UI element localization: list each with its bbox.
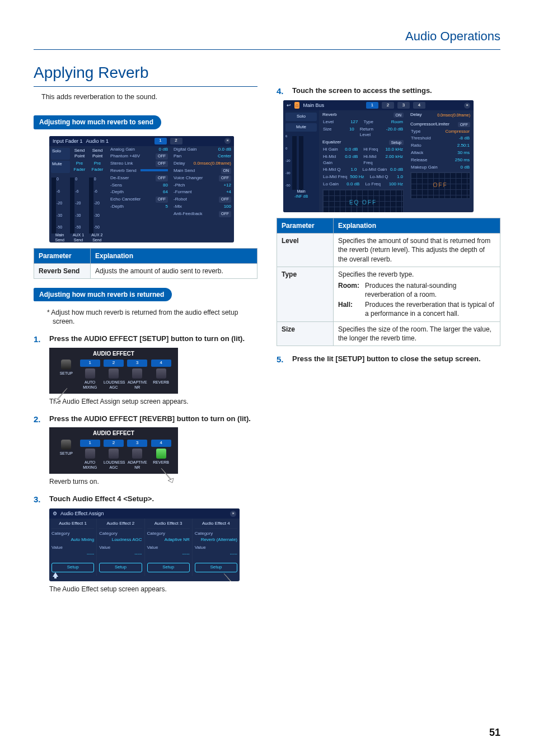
audio-effect-assign-screenshot: ⚙ Audio Effect Assign × Audio Effect 1 C…: [49, 508, 240, 581]
eq-setup-badge[interactable]: Setup: [389, 140, 404, 145]
comp-off-badge[interactable]: OFF: [458, 122, 470, 127]
aux1-send-label: AUX 1 Send: [69, 232, 87, 242]
assign-col: Audio Effect 2 Category Loudness AGC Val…: [97, 519, 144, 576]
step-4: 4. Touch the screen to access the settin…: [277, 86, 500, 97]
home-icon[interactable]: ⌂: [294, 102, 299, 109]
pill-send: Adjusting how much reverb to send: [34, 115, 161, 129]
pill-return: Adjusting how much reverb is returned: [34, 288, 172, 301]
shot1-tab-1[interactable]: 1: [154, 138, 167, 144]
size-name: Size: [277, 321, 334, 346]
close-icon[interactable]: ×: [230, 511, 236, 517]
mb-eq-title: Equalizer: [322, 139, 341, 146]
param-row: Ratio2.50:1: [408, 142, 472, 150]
step-1: 1. Press the AUDIO EFFECT [SETUP] button…: [34, 334, 257, 345]
param-row: Lo-Mid Freq500 HzLo-Mid Q1.0: [320, 174, 406, 181]
back-icon[interactable]: ↩: [287, 102, 291, 109]
step-2: 2. Press the AUDIO EFFECT [REVERB] butto…: [34, 414, 257, 425]
ae2-btn-2[interactable]: [109, 449, 119, 459]
left-column: Applying Reverb This adds reverberation …: [34, 62, 257, 599]
param-row: De-EsserOFF: [107, 175, 171, 182]
main-bus-screenshot: ↩ ⌂ Main Bus 1 2 3 4 × Solo Mute 60-20-: [283, 100, 474, 212]
pre-fader-2[interactable]: Pre Fader: [89, 161, 106, 173]
shot1-tab-2[interactable]: 2: [170, 138, 182, 144]
ae-btn-2[interactable]: [109, 368, 119, 379]
mb-reverb-title: Reverb: [322, 112, 337, 118]
mb-tab-2[interactable]: 2: [382, 102, 394, 109]
solo-button[interactable]: Solo: [51, 148, 70, 160]
assign-col: Audio Effect 4 Category Reverb (Alternat…: [193, 519, 240, 576]
th-explanation: Explanation: [91, 248, 257, 263]
param-row: -Depth5: [107, 203, 171, 211]
pointer-arrow-icon: [159, 467, 181, 484]
mute-button[interactable]: Mute: [51, 161, 70, 173]
mb-main-val: -INF dB: [285, 194, 317, 199]
shot1-mid-col: Analog Gain0 dBPhantom +48VOFFStereo Lin…: [107, 146, 171, 242]
param-row: Digital Gain0.0 dB: [171, 146, 234, 153]
ae-btn-1[interactable]: [85, 368, 95, 379]
send-point-label: Send Point: [71, 148, 88, 160]
param-row: Echo CancellerOFF: [107, 196, 171, 203]
size-exp: Specifies the size of the room. The larg…: [334, 321, 500, 346]
mainbus-title: Main Bus: [303, 102, 324, 109]
eq-graph-label: EQ OFF: [349, 199, 377, 207]
param-row: Hi-Mid Q1.0Lo-Mid Gain0.0 dB: [320, 166, 406, 174]
audio-effect-panel-2: AUDIO EFFECT SETUP 1AUTO MIXING 2LOUDNES…: [49, 427, 178, 473]
return-param-table: Parameter Explanation Level Specifies th…: [277, 218, 500, 346]
right-column: 4. Touch the screen to access the settin…: [277, 62, 500, 599]
reverb-button[interactable]: [156, 449, 166, 459]
level-exp: Specifies the amount of sound that is re…: [334, 234, 500, 267]
param-row: Level127TypeRoom: [320, 119, 406, 126]
gear-icon: ⚙: [53, 510, 57, 517]
param-row: Stereo LinkOFF: [107, 160, 171, 167]
param-row: Hi-Mid Gain0.0 dBHi-Mid Freq2.00 kHz: [320, 153, 406, 167]
pre-fader-1[interactable]: Pre Fader: [71, 161, 88, 173]
mb-delay-val: 0.0msec(0.0frame): [437, 113, 470, 118]
ae-btn-3[interactable]: [132, 368, 142, 379]
send-point-label-2: Send Point: [89, 148, 106, 160]
ae-btn-4[interactable]: [156, 368, 166, 379]
level-name: Level: [277, 234, 334, 267]
setup-touch-button[interactable]: Setup: [99, 563, 142, 572]
param-row: -Pitch+12: [171, 182, 234, 189]
main-send-label: Main Send: [51, 232, 68, 242]
page-header: Audio Operations: [34, 28, 500, 50]
page-number: 51: [489, 726, 500, 739]
close-icon[interactable]: ×: [224, 138, 231, 144]
audio-effect-panel-1: AUDIO EFFECT SETUP 1AUTO MIXING 2LOUDNES…: [49, 348, 178, 394]
reverb-on-badge[interactable]: ON: [394, 113, 404, 118]
mb-mute-button[interactable]: Mute: [285, 123, 317, 132]
param-row: Makeup Gain0 dB: [408, 164, 472, 171]
param-row: -Formant+4: [171, 189, 234, 196]
setup-button[interactable]: [61, 360, 71, 370]
shot1-title-left: Input Fader 1: [53, 138, 83, 144]
comp-graph-label: OFF: [433, 182, 448, 190]
close-icon[interactable]: ×: [464, 102, 470, 109]
mb-tab-4[interactable]: 4: [413, 102, 425, 109]
setup-button-2[interactable]: [61, 440, 71, 450]
param-row: Phantom +48VOFF: [107, 153, 171, 160]
ae2-btn-3[interactable]: [132, 449, 142, 459]
param-row: Reverb Send: [107, 167, 171, 175]
param-row: Threshold-8 dB: [408, 135, 472, 142]
assign-col: Audio Effect 3 Category Adaptive NR Valu…: [145, 519, 193, 576]
shot1-right-col: Digital Gain0.0 dBPanCenterDelay0.0msec(…: [171, 146, 234, 242]
param-row: -Sens80: [107, 182, 171, 189]
setup-touch-button[interactable]: Setup: [147, 563, 190, 572]
aux2-send-label: AUX 2 Send: [88, 232, 106, 242]
assign-title: Audio Effect Assign: [60, 510, 104, 517]
ae2-btn-1[interactable]: [85, 449, 95, 459]
mb-tab-1[interactable]: 1: [366, 102, 378, 109]
param-row: TypeCompressor: [408, 128, 472, 136]
send-param-table: Parameter Explanation Reverb Send Adjust…: [34, 248, 257, 279]
mb-tab-3[interactable]: 3: [397, 102, 410, 109]
up-arrow-icon[interactable]: [51, 571, 59, 579]
mb-solo-button[interactable]: Solo: [285, 113, 317, 121]
step-2-sub: Reverb turns on.: [49, 477, 257, 486]
setup-touch-button[interactable]: Setup: [195, 563, 237, 572]
param-row: Hi Gain0.0 dBHi Freq10.0 kHz: [320, 146, 406, 153]
pointer-arrow-icon: [50, 387, 73, 404]
th-explanation-2: Explanation: [334, 218, 500, 233]
type-exp: Specifies the reverb type. Room: Produce…: [334, 267, 500, 321]
param-row: Anti-FeedbackOFF: [171, 211, 234, 218]
intro-text: This adds reverberation to the sound.: [34, 92, 257, 102]
